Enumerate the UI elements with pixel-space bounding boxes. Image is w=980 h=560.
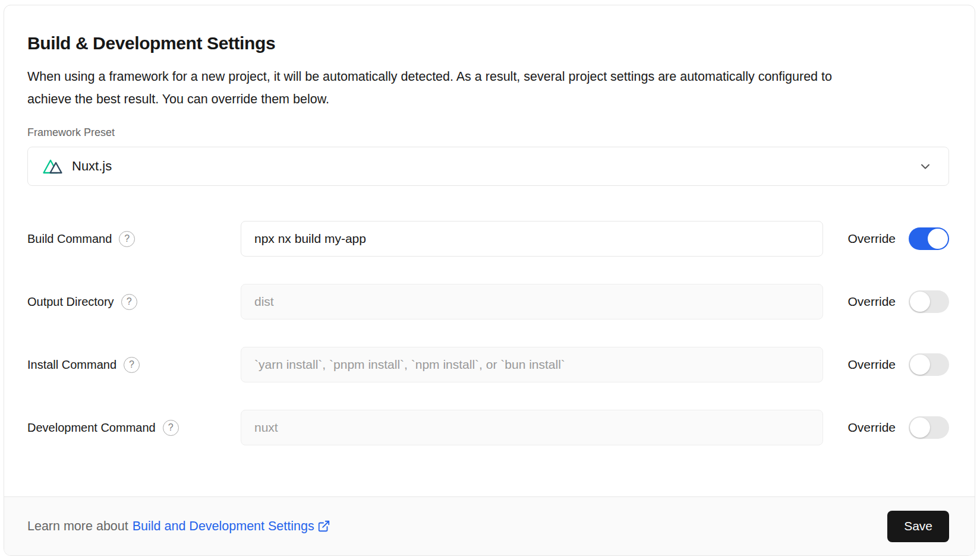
page-title: Build & Development Settings (27, 33, 949, 53)
build-settings-card: Build & Development Settings When using … (4, 5, 975, 556)
row-label: Build Command ? (27, 231, 241, 247)
install-command-input (241, 347, 823, 382)
external-link-icon (317, 520, 330, 533)
framework-preset-select[interactable]: Nuxt.js (27, 147, 949, 186)
help-icon[interactable]: ? (121, 294, 137, 310)
build-command-input[interactable] (241, 221, 823, 257)
development-command-label: Development Command (27, 421, 156, 435)
framework-preset-label: Framework Preset (27, 126, 949, 139)
settings-rows: Build Command ? Override Output Director… (27, 221, 949, 445)
learn-more-prefix: Learn more about (27, 519, 128, 534)
docs-link-label: Build and Development Settings (133, 519, 314, 534)
help-icon[interactable]: ? (124, 357, 140, 373)
row-label: Output Directory ? (27, 294, 241, 310)
development-command-input (241, 410, 823, 445)
output-directory-input (241, 284, 823, 319)
install-command-row: Install Command ? Override (27, 347, 949, 382)
override-control: Override (847, 416, 949, 439)
development-command-row: Development Command ? Override (27, 410, 949, 445)
row-label: Development Command ? (27, 420, 241, 436)
override-label: Override (847, 295, 896, 309)
override-control: Override (847, 227, 949, 250)
help-icon[interactable]: ? (163, 420, 179, 436)
override-label: Override (847, 232, 896, 246)
nuxt-logo-icon (42, 158, 65, 175)
override-toggle[interactable] (909, 227, 949, 250)
save-button[interactable]: Save (887, 511, 949, 542)
override-toggle[interactable] (909, 290, 949, 313)
toggle-knob (910, 355, 930, 375)
build-command-label: Build Command (27, 232, 112, 246)
override-toggle[interactable] (909, 353, 949, 376)
row-label: Install Command ? (27, 357, 241, 373)
override-control: Override (847, 290, 949, 313)
settings-footer: Learn more about Build and Development S… (4, 496, 975, 555)
override-control: Override (847, 353, 949, 376)
learn-more-text: Learn more about Build and Development S… (27, 519, 330, 534)
help-icon[interactable]: ? (119, 231, 135, 247)
build-settings-docs-link[interactable]: Build and Development Settings (133, 519, 330, 534)
override-label: Override (847, 357, 896, 372)
framework-selected-value: Nuxt.js (72, 159, 112, 174)
override-label: Override (847, 420, 896, 435)
override-toggle[interactable] (909, 416, 949, 439)
build-command-row: Build Command ? Override (27, 221, 949, 257)
install-command-label: Install Command (27, 358, 116, 372)
output-directory-row: Output Directory ? Override (27, 284, 949, 319)
output-directory-label: Output Directory (27, 295, 114, 309)
settings-main: Build & Development Settings When using … (4, 5, 975, 496)
settings-description: When using a framework for a new project… (27, 65, 877, 110)
toggle-knob (910, 417, 930, 438)
chevron-down-icon (918, 159, 933, 174)
toggle-knob (910, 292, 930, 312)
toggle-knob (928, 229, 948, 249)
